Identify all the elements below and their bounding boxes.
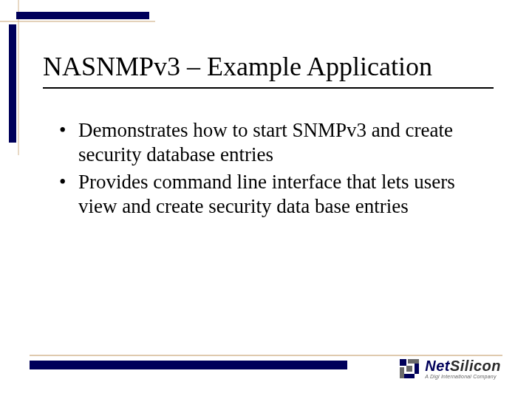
logo-tagline: A Digi International Company — [425, 374, 501, 379]
decor-bar-top — [16, 12, 149, 19]
decor-tan-horizontal — [0, 21, 155, 22]
svg-rect-1 — [408, 359, 419, 364]
title-underline — [43, 87, 494, 89]
decor-bar-left — [9, 24, 16, 143]
list-item: • Demonstrates how to start SNMPv3 and c… — [59, 118, 480, 167]
bullet-text: Demonstrates how to start SNMPv3 and cre… — [78, 119, 453, 166]
logo-brand-left: Net — [425, 358, 450, 374]
svg-rect-5 — [406, 366, 412, 372]
bullet-icon: • — [59, 170, 66, 194]
logo-brand-right: Silicon — [450, 358, 501, 374]
svg-rect-2 — [415, 364, 419, 374]
logo-brand: NetSilicon — [425, 358, 501, 373]
svg-rect-0 — [400, 359, 406, 366]
bullet-icon: • — [59, 118, 66, 143]
decor-bottom-line — [30, 355, 502, 356]
bullet-text: Provides command line interface that let… — [78, 171, 455, 217]
svg-rect-4 — [404, 374, 415, 378]
decor-bottom-bar — [30, 361, 347, 369]
logo-mark-icon — [398, 358, 420, 380]
svg-rect-3 — [400, 367, 404, 378]
slide-title: NASNMPv3 – Example Application — [43, 52, 502, 82]
decor-tan-vertical — [18, 0, 19, 155]
list-item: • Provides command line interface that l… — [59, 170, 480, 219]
slide-body: • Demonstrates how to start SNMPv3 and c… — [59, 118, 480, 222]
logo: NetSilicon A Digi International Company — [398, 358, 501, 380]
